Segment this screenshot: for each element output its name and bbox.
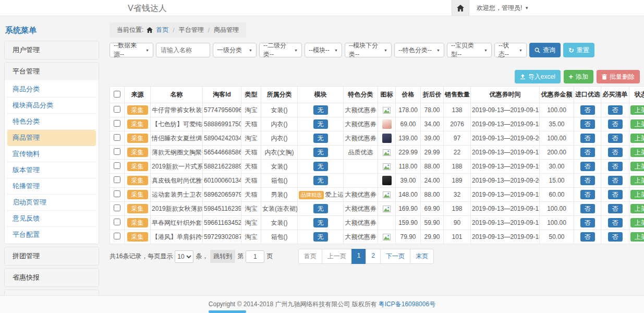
import-select-badge[interactable]: 否 (580, 119, 595, 129)
reset-button-label: 重置 (577, 46, 589, 55)
row-checkbox[interactable] (114, 233, 120, 239)
sidebar-item-9[interactable]: 平台配置 (7, 227, 96, 243)
row-checkbox[interactable] (114, 190, 120, 197)
home-button[interactable] (452, 0, 469, 16)
row-checkbox[interactable] (114, 219, 120, 225)
filter-select-3[interactable]: --二级分类--▼ (259, 43, 302, 57)
must-buy-badge[interactable]: 否 (608, 119, 623, 129)
select-all-checkbox[interactable] (114, 91, 120, 98)
status-badge[interactable]: 上架 (630, 148, 644, 157)
jump-button[interactable]: 跳转到 (210, 250, 235, 263)
must-buy-badge[interactable]: 否 (608, 134, 623, 143)
name-filter-input[interactable] (156, 43, 210, 57)
import-select-badge[interactable]: 否 (580, 204, 595, 213)
row-checkbox[interactable] (114, 162, 120, 169)
module-text: 爱上运动 (325, 191, 344, 198)
sidebar-item-8[interactable]: 意见反馈 (7, 211, 96, 227)
status-badge[interactable]: 上架 (630, 190, 644, 199)
import-select-cell: 否 (574, 230, 601, 244)
must-buy-badge[interactable]: 否 (608, 190, 623, 199)
icon-cell (378, 117, 396, 131)
import-select-badge[interactable]: 否 (580, 162, 595, 171)
caret-down-icon: ▼ (249, 49, 252, 52)
coupon-amount-cell: 100.00 (540, 202, 574, 216)
row-checkbox[interactable] (114, 204, 120, 211)
status-badge[interactable]: 上架 (630, 232, 644, 242)
import-excel-button[interactable]: 导入excel (515, 70, 561, 83)
sidebar-item-2[interactable]: 特色分类 (7, 114, 96, 130)
breadcrumb-home-link[interactable]: 首页 (156, 26, 168, 34)
filter-select-0[interactable]: --数据来源--▼ (110, 43, 153, 57)
must-buy-badge[interactable]: 否 (608, 162, 623, 171)
row-checkbox[interactable] (114, 148, 120, 155)
module-badge: 无 (313, 232, 328, 242)
records-summary: 共16条记录，每页显示 (110, 252, 173, 261)
product-name: 运动套装男士卫衣初秋... (151, 188, 203, 202)
import-select-badge[interactable]: 否 (580, 105, 595, 115)
page-button-4[interactable]: 下一页 (380, 249, 410, 264)
jump-page-input[interactable] (246, 250, 264, 263)
must-buy-badge[interactable]: 否 (608, 232, 623, 242)
page-button-3[interactable]: 2 (366, 249, 381, 264)
sidebar-group-0[interactable]: 用户管理 (5, 41, 99, 59)
add-button[interactable]: + 添加 (564, 70, 593, 83)
taoke-id: 596611634525 (203, 216, 241, 230)
checkbox-cell (110, 216, 125, 230)
product-type: 淘宝 (241, 230, 261, 244)
import-select-badge[interactable]: 否 (580, 190, 595, 199)
status-badge[interactable]: 上架 (630, 105, 644, 115)
status-badge[interactable]: 上架 (630, 134, 644, 143)
filter-select-6[interactable]: --特色分类--▼ (394, 43, 444, 57)
status-badge[interactable]: 上架 (630, 162, 644, 171)
sidebar-item-4[interactable]: 宣传物料 (7, 146, 96, 162)
sidebar-group-bottom-1[interactable]: 省惠快报 (5, 269, 99, 286)
filter-select-8[interactable]: --状态--▼ (494, 43, 527, 57)
user-menu[interactable]: 欢迎您，管理员! ▼ (469, 4, 536, 13)
must-buy-badge[interactable]: 否 (608, 176, 623, 185)
import-select-badge[interactable]: 否 (580, 218, 595, 227)
row-checkbox[interactable] (114, 120, 120, 127)
import-select-badge[interactable]: 否 (580, 232, 595, 242)
sidebar-item-5[interactable]: 版本管理 (7, 162, 96, 178)
plus-icon: + (569, 73, 573, 81)
row-checkbox[interactable] (114, 106, 120, 113)
per-page-select[interactable]: 10 (175, 250, 193, 263)
must-buy-badge[interactable]: 否 (608, 148, 623, 157)
filter-select-2[interactable]: 一级分类▼ (213, 43, 257, 57)
page-button-1[interactable]: 上一页 (322, 249, 352, 264)
status-badge[interactable]: 上架 (630, 204, 644, 213)
sidebar-group-bottom-0[interactable]: 拼团管理 (5, 247, 99, 265)
sidebar-group-1[interactable]: 平台管理 (5, 63, 99, 80)
status-badge[interactable]: 上架 (630, 218, 644, 227)
page-button-5[interactable]: 末页 (410, 249, 434, 264)
import-select-badge[interactable]: 否 (580, 134, 595, 143)
horizontal-scrollbar-thumb[interactable] (209, 310, 246, 313)
reset-button[interactable]: ↻ 重置 (563, 43, 594, 57)
must-buy-badge[interactable]: 否 (608, 105, 623, 115)
filter-select-5[interactable]: --模块下分类--▼ (345, 43, 392, 57)
icp-link[interactable]: 粤ICP备16098006号 (379, 300, 435, 309)
row-checkbox[interactable] (114, 134, 120, 141)
batch-delete-button[interactable]: 批量删除 (597, 70, 640, 83)
icon-cell (378, 230, 396, 244)
row-checkbox[interactable] (114, 176, 120, 183)
sidebar-item-1[interactable]: 模块商品分类 (7, 98, 96, 114)
filter-select-4[interactable]: --模块--▼ (305, 43, 342, 57)
page-button-2[interactable]: 1 (351, 249, 367, 264)
sidebar-item-7[interactable]: 启动页管理 (7, 195, 96, 211)
status-badge[interactable]: 上架 (630, 176, 644, 185)
import-select-badge[interactable]: 否 (580, 176, 595, 185)
must-buy-badge[interactable]: 否 (608, 204, 623, 213)
sidebar-item-3[interactable]: 商品管理 (7, 130, 96, 146)
import-select-badge[interactable]: 否 (580, 148, 595, 157)
search-button[interactable]: 查询 (529, 43, 561, 57)
sales-cell: 189 (444, 174, 471, 188)
must-buy-badge[interactable]: 否 (608, 218, 623, 227)
discount-price-cell: 39.00 (421, 131, 444, 146)
module-cell: 无 (298, 174, 344, 188)
status-badge[interactable]: 上架 (630, 119, 644, 129)
sidebar-item-6[interactable]: 轮播管理 (7, 178, 96, 195)
page-button-0[interactable]: 首页 (298, 249, 322, 264)
filter-select-7[interactable]: --宝贝类型--▼ (447, 43, 492, 57)
sidebar-item-0[interactable]: 商品分类 (7, 81, 96, 98)
